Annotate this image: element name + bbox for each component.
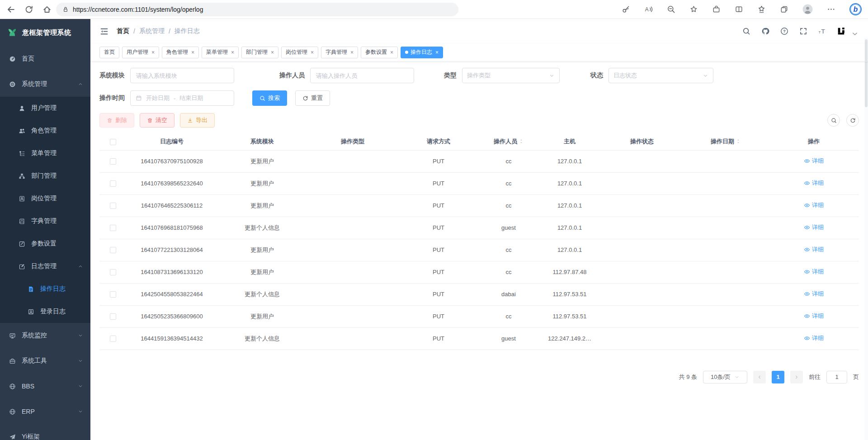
- sidebar-item-login-log[interactable]: 登录日志: [0, 300, 90, 323]
- row-checkbox[interactable]: [110, 291, 116, 298]
- row-checkbox[interactable]: [110, 247, 116, 253]
- page-size-select[interactable]: 10条/页: [703, 371, 747, 383]
- tab-dept-management[interactable]: 部门管理×: [241, 47, 278, 58]
- tab-dict-management[interactable]: 字典管理×: [321, 47, 358, 58]
- row-checkbox[interactable]: [110, 269, 116, 275]
- select-all-checkbox[interactable]: [110, 139, 116, 145]
- refresh-table-button[interactable]: [846, 114, 859, 127]
- close-tab-icon[interactable]: ×: [191, 50, 194, 55]
- detail-link[interactable]: 详细: [804, 223, 824, 232]
- close-tab-icon[interactable]: ×: [231, 50, 234, 55]
- close-tab-icon[interactable]: ×: [311, 50, 314, 55]
- tab-param-settings[interactable]: 参数设置×: [361, 47, 398, 58]
- close-tab-icon[interactable]: ×: [390, 50, 393, 55]
- favorites-icon[interactable]: [757, 5, 766, 14]
- export-button[interactable]: 导出: [180, 113, 215, 128]
- reset-button[interactable]: 重置: [295, 90, 330, 106]
- caret-down-icon[interactable]: [851, 30, 859, 38]
- detail-link[interactable]: 详细: [804, 312, 824, 320]
- sidebar-item-system-management[interactable]: 系统管理: [0, 71, 90, 97]
- detail-link[interactable]: 详细: [804, 246, 824, 254]
- header-search-icon[interactable]: [742, 27, 750, 35]
- extensions-icon[interactable]: [712, 5, 721, 14]
- help-icon[interactable]: ?: [780, 27, 788, 35]
- close-tab-icon[interactable]: ×: [271, 50, 274, 55]
- row-checkbox[interactable]: [110, 336, 116, 342]
- sidebar-item-log-management[interactable]: 日志管理: [0, 255, 90, 278]
- sidebar-item-param-settings[interactable]: 参数设置: [0, 232, 90, 255]
- delete-button[interactable]: 删除: [99, 113, 134, 128]
- clear-button[interactable]: 清空: [140, 113, 175, 128]
- tab-user-management[interactable]: 用户管理×: [122, 47, 159, 58]
- sidebar-item-bbs[interactable]: BBS: [0, 374, 90, 399]
- sidebar-item-system-tools[interactable]: 系统工具: [0, 348, 90, 374]
- sidebar-item-post-management[interactable]: 岗位管理: [0, 187, 90, 210]
- module-input[interactable]: [130, 68, 234, 83]
- row-checkbox[interactable]: [110, 313, 116, 320]
- close-tab-icon[interactable]: ×: [350, 50, 354, 55]
- browser-refresh-icon[interactable]: [24, 5, 33, 14]
- detail-link[interactable]: 详细: [804, 157, 824, 165]
- type-select[interactable]: 操作类型: [462, 68, 560, 83]
- sidebar-item-dept-management[interactable]: 部门管理: [0, 165, 90, 187]
- goto-page-input[interactable]: [826, 371, 847, 383]
- sidebar-fold-icon[interactable]: [99, 27, 109, 36]
- font-size-icon[interactable]: TT: [818, 27, 826, 35]
- column-operator[interactable]: 操作人员: [479, 133, 538, 150]
- column-date[interactable]: 操作日期: [683, 133, 769, 150]
- browser-back-icon[interactable]: [6, 5, 15, 14]
- tab-home[interactable]: 首页: [99, 47, 119, 58]
- detail-link[interactable]: 详细: [804, 290, 824, 298]
- browser-home-icon[interactable]: [42, 5, 52, 14]
- scrollbar[interactable]: [864, 38, 868, 440]
- operator-input[interactable]: [310, 68, 414, 83]
- split-screen-icon[interactable]: [735, 5, 743, 14]
- date-range-picker[interactable]: 开始日期 - 结束日期: [130, 90, 234, 106]
- sidebar-item-home[interactable]: 首页: [0, 46, 90, 71]
- tab-menu-management[interactable]: 菜单管理×: [202, 47, 239, 58]
- fullscreen-icon[interactable]: [799, 27, 807, 35]
- show-search-button[interactable]: [827, 114, 840, 127]
- sidebar-item-system-monitor[interactable]: 系统监控: [0, 323, 90, 348]
- zoom-out-icon[interactable]: [667, 5, 675, 14]
- password-key-icon[interactable]: [622, 5, 630, 14]
- row-checkbox[interactable]: [110, 180, 116, 187]
- sidebar-item-user-management[interactable]: 用户管理: [0, 97, 90, 119]
- sidebar-item-erp[interactable]: ERP: [0, 399, 90, 424]
- sidebar-item-operation-log[interactable]: 操作日志: [0, 278, 90, 300]
- read-aloud-icon[interactable]: A: [644, 5, 653, 14]
- add-favorite-icon[interactable]: [689, 5, 698, 14]
- sidebar-item-menu-management[interactable]: 菜单管理: [0, 142, 90, 165]
- close-tab-icon[interactable]: ×: [151, 50, 155, 55]
- cell-status: [601, 150, 683, 172]
- browser-more-icon[interactable]: [827, 5, 835, 14]
- detail-link[interactable]: 详细: [804, 201, 824, 209]
- breadcrumb-home[interactable]: 首页: [117, 27, 129, 35]
- current-page-button[interactable]: 1: [772, 371, 784, 383]
- search-button[interactable]: 搜索: [252, 90, 287, 106]
- browser-profile-avatar[interactable]: [802, 4, 813, 14]
- sort-icon[interactable]: [736, 138, 741, 144]
- close-tab-icon[interactable]: ×: [435, 50, 439, 55]
- tab-post-management[interactable]: 岗位管理×: [281, 47, 318, 58]
- tab-role-management[interactable]: 角色管理×: [162, 47, 199, 58]
- detail-link[interactable]: 详细: [804, 268, 824, 276]
- row-checkbox[interactable]: [110, 203, 116, 209]
- user-logo-avatar[interactable]: [837, 27, 845, 35]
- status-select[interactable]: 日志状态: [609, 68, 713, 83]
- bing-icon[interactable]: [849, 3, 862, 15]
- tab-operation-log[interactable]: 操作日志×: [401, 47, 443, 58]
- sidebar-item-yi-framework[interactable]: Yi框架: [0, 424, 90, 440]
- sidebar-item-dict-management[interactable]: 字典管理: [0, 210, 90, 232]
- row-checkbox[interactable]: [110, 225, 116, 231]
- detail-link[interactable]: 详细: [804, 334, 824, 342]
- collections-icon[interactable]: [780, 5, 788, 14]
- sidebar-item-role-management[interactable]: 角色管理: [0, 119, 90, 142]
- address-bar[interactable]: https://ccnetcore.com:1101/system/log/op…: [56, 3, 458, 16]
- detail-link[interactable]: 详细: [804, 179, 824, 187]
- sort-icon[interactable]: [519, 138, 524, 144]
- row-checkbox[interactable]: [110, 158, 116, 165]
- next-page-button[interactable]: [790, 371, 803, 383]
- prev-page-button[interactable]: [753, 371, 766, 383]
- github-icon[interactable]: [761, 27, 769, 35]
